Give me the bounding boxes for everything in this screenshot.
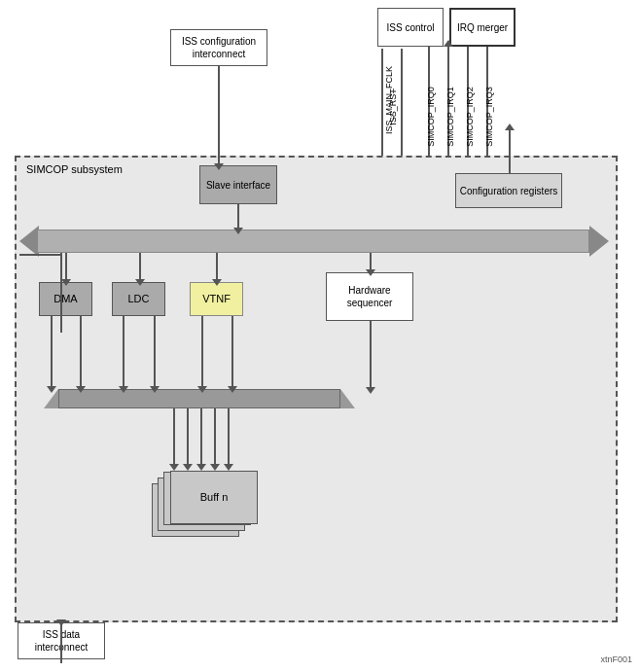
irq-merger-box: IRQ merger xyxy=(449,8,516,47)
iss-config-box: ISS configuration interconnect xyxy=(170,29,267,66)
main-bus xyxy=(37,230,589,253)
ldc-right-to-subbus xyxy=(154,316,156,389)
subbus-to-buff-arrow2 xyxy=(183,464,193,471)
ldc-box: LDC xyxy=(112,282,165,316)
dma-box: DMA xyxy=(39,282,92,316)
bus-to-ldc-line xyxy=(139,253,141,282)
subbus-to-buff3 xyxy=(200,408,202,467)
irq1-label: SIMCOP_IRQ1 xyxy=(445,87,455,147)
hwseq-to-subbus xyxy=(370,321,372,389)
subbus-to-buff-arrow3 xyxy=(196,464,206,471)
rst-line xyxy=(401,49,403,165)
slave-interface-box: Slave interface xyxy=(199,165,277,204)
subbus-to-buff4 xyxy=(214,408,216,467)
bus-right-arrow xyxy=(589,226,609,257)
ldc-left-to-subbus xyxy=(123,316,124,389)
hwseq-to-subbus-arrow xyxy=(366,387,375,394)
irq0-label: SIMCOP_IRQ0 xyxy=(426,87,436,147)
left-vert-line xyxy=(60,253,62,333)
iss-control-box: ISS control xyxy=(377,8,444,47)
slave-to-bus-line xyxy=(237,204,239,230)
irq-up-arrow xyxy=(444,40,453,47)
bus-left-arrow xyxy=(19,226,39,257)
subbus-to-buff2 xyxy=(187,408,189,467)
simcop-label: SIMCOP subsystem xyxy=(26,163,123,175)
subbus-to-buff5 xyxy=(228,408,230,467)
slave-to-bus-arrow xyxy=(233,228,243,234)
dma-right-to-subbus xyxy=(80,316,82,389)
bus-to-hwseq-arrow xyxy=(366,269,375,276)
config-signals-arrow xyxy=(505,124,515,130)
issconfig-to-slave-arrow xyxy=(214,163,224,170)
subbus-to-buff-arrow1 xyxy=(169,464,179,471)
diagram-container: ISS control IRQ merger ISS configuration… xyxy=(0,0,640,672)
subbus-to-buff-arrow4 xyxy=(210,464,220,471)
hw-sequencer-box: Hardware sequencer xyxy=(326,272,413,321)
vtnf-box: VTNF xyxy=(190,282,243,316)
bus-to-vtnf-line xyxy=(216,253,218,282)
simcop-to-issdata-arrow xyxy=(56,619,66,626)
rst-label: ISS_RST xyxy=(388,88,398,125)
bus-to-dma-line xyxy=(65,253,67,282)
config-to-signals-line xyxy=(509,126,511,173)
sub-bus-right-slant xyxy=(340,389,355,408)
dma-left-to-subbus xyxy=(51,316,53,389)
subbus-to-buff1 xyxy=(173,408,175,467)
bus-to-ldc-arrow xyxy=(135,279,145,286)
vtnf-left-to-subbus xyxy=(201,316,203,389)
bus-to-dma-arrow xyxy=(61,279,71,286)
vtnf-right-to-subbus xyxy=(231,316,233,389)
left-horiz-line xyxy=(19,254,60,256)
diagram-label: xtnF001 xyxy=(600,654,632,664)
dma-r-arrow xyxy=(76,386,86,393)
bus-to-vtnf-arrow xyxy=(212,279,222,286)
vtnf-l-arrow xyxy=(197,386,207,393)
irq2-label: SIMCOP_IRQ2 xyxy=(465,87,475,147)
fclk-line xyxy=(381,49,383,165)
simcop-to-issdata-line xyxy=(60,622,62,663)
config-registers-box: Configuration registers xyxy=(455,173,562,208)
subbus-to-buff-arrow5 xyxy=(224,464,233,471)
dma-l-arrow xyxy=(47,386,56,393)
vtnf-r-arrow xyxy=(228,386,237,393)
buff-n-box: Buff n xyxy=(170,471,258,524)
ldc-r-arrow xyxy=(150,386,160,393)
irq3-label: SIMCOP_IRQ3 xyxy=(484,87,494,147)
ldc-l-arrow xyxy=(119,386,128,393)
issconfig-to-slave-line xyxy=(218,66,220,165)
